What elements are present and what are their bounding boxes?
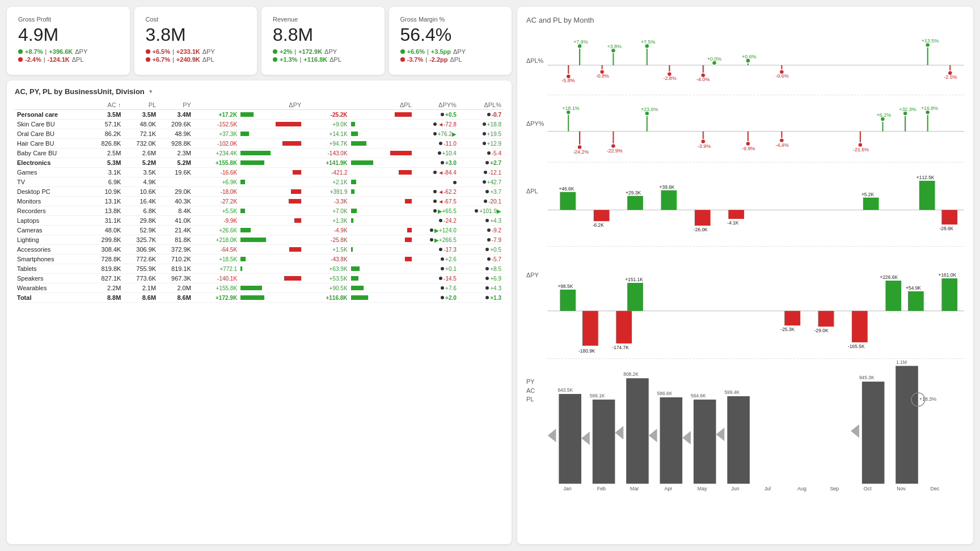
row-dpy-label: +155.8K bbox=[193, 283, 238, 293]
row-dpl-bar bbox=[349, 245, 414, 255]
kpi-gross-margin: Gross Margin % 56.4% +6.6% | +3.5pp ΔPY … bbox=[389, 7, 512, 75]
svg-rect-127 bbox=[660, 397, 683, 484]
row-dpy-label: +234.4K bbox=[193, 149, 238, 158]
row-dpl-bar bbox=[349, 206, 414, 216]
row-dpyp: ▶+266.5 bbox=[414, 235, 459, 245]
svg-text:-165.5K: -165.5K bbox=[848, 344, 865, 349]
row-dplp: +3.7 bbox=[459, 187, 504, 197]
row-py: 2.3M bbox=[158, 149, 193, 158]
row-dpl-label: +141.9K bbox=[303, 158, 348, 168]
dot-green-icon-2 bbox=[273, 49, 277, 54]
row-dpyp: ◄-84.4 bbox=[414, 168, 459, 177]
svg-text:-4.1K: -4.1K bbox=[727, 220, 738, 226]
svg-rect-85 bbox=[594, 210, 610, 221]
kpi-sep-0-0: | bbox=[45, 48, 47, 55]
row-dpy-label: +172.9K bbox=[193, 293, 238, 303]
kpi-cost-value: 3.8M bbox=[146, 25, 246, 45]
row-dplp: +19.5 bbox=[459, 129, 504, 139]
svg-text:-2.8%: -2.8% bbox=[663, 75, 676, 81]
svg-text:+161.0K: +161.0K bbox=[938, 272, 956, 278]
svg-text:-6.2K: -6.2K bbox=[593, 222, 604, 228]
kpi-gross-margin-metrics: +6.6% | +3.5pp ΔPY -3.7% | -2.2pp ΔPL bbox=[400, 48, 501, 63]
kpi-cost-metrics: +6.5% | +233.1K ΔPY +6.7% | +240.9K ΔPL bbox=[146, 48, 246, 63]
row-pl: 773.6K bbox=[123, 274, 158, 283]
svg-text:+54.9K: +54.9K bbox=[906, 285, 921, 291]
kpi-revenue-metrics: +2% | +172.9K ΔPY +1.3% | +116.8K ΔPL bbox=[273, 48, 373, 63]
row-dpl-bar bbox=[349, 129, 414, 139]
kpi-gross-profit: Gross Profit 4.9M +8.7% | +396.6K ΔPY -2… bbox=[7, 7, 130, 75]
row-dpl-label: -25.2K bbox=[303, 110, 348, 120]
svg-rect-101 bbox=[908, 291, 924, 311]
dropdown-icon[interactable]: ▾ bbox=[149, 88, 153, 95]
svg-point-56 bbox=[577, 145, 582, 150]
svg-rect-139 bbox=[895, 366, 918, 484]
row-dplp: -5.4 bbox=[459, 149, 504, 158]
row-name: Speakers bbox=[15, 274, 88, 283]
row-name: Accessories bbox=[15, 245, 88, 255]
row-name: Personal care bbox=[15, 110, 88, 120]
row-ac: 13.8K bbox=[88, 206, 124, 216]
row-dpyp: +3.0 bbox=[414, 158, 459, 168]
svg-text:+98.5K: +98.5K bbox=[557, 283, 573, 289]
svg-text:Dec: Dec bbox=[931, 486, 940, 491]
row-dpyp: -24.2 bbox=[414, 216, 459, 226]
kpi-metric-1-1: +6.7% | +240.9K ΔPL bbox=[146, 56, 246, 63]
row-ac: 299.8K bbox=[88, 235, 124, 245]
table-scroll-area[interactable]: AC ↑ PL PY ΔPY ΔPL ΔPY% ΔPL% Personal ca… bbox=[15, 100, 504, 303]
svg-rect-103 bbox=[941, 278, 957, 311]
svg-text:Jan: Jan bbox=[563, 486, 571, 491]
svg-marker-132 bbox=[682, 431, 691, 444]
col-dpl-header: ΔPL bbox=[303, 100, 413, 110]
row-py: 928.8K bbox=[158, 139, 193, 149]
row-dpy-label: -152.5K bbox=[193, 120, 238, 129]
row-dpy-bar bbox=[238, 129, 303, 139]
row-ac: 819.8K bbox=[88, 264, 124, 274]
svg-text:-25.3K: -25.3K bbox=[780, 327, 795, 332]
row-py: 3.4M bbox=[158, 110, 193, 120]
row-ac: 10.9K bbox=[88, 187, 124, 197]
svg-text:+39.6K: +39.6K bbox=[660, 184, 675, 190]
svg-text:Feb: Feb bbox=[597, 486, 606, 491]
row-py: 967.3K bbox=[158, 274, 193, 283]
row-dpl-bar bbox=[349, 197, 414, 206]
svg-text:566.1K: 566.1K bbox=[590, 393, 605, 399]
svg-text:-26.0K: -26.0K bbox=[694, 227, 708, 232]
row-pl: 4.9K bbox=[123, 177, 158, 187]
svg-text:+23.0%: +23.0% bbox=[641, 107, 658, 112]
dot-red-icon-2 bbox=[146, 49, 150, 54]
svg-text:ΔPL%: ΔPL% bbox=[526, 57, 544, 64]
svg-text:AC: AC bbox=[526, 387, 535, 394]
col-py: PY bbox=[158, 100, 193, 110]
svg-text:-0.8%: -0.8% bbox=[596, 73, 609, 79]
row-dpy-label: -102.0K bbox=[193, 139, 238, 149]
row-dpyp: ▶+124.0 bbox=[414, 226, 459, 235]
kpi-row: Gross Profit 4.9M +8.7% | +396.6K ΔPY -2… bbox=[7, 7, 512, 75]
dot-red-icon-3 bbox=[146, 57, 150, 62]
row-name: Lighting bbox=[15, 235, 88, 245]
col-pl: PL bbox=[123, 100, 158, 110]
row-dpyp: +7.6 bbox=[414, 283, 459, 293]
svg-text:-174.7K: -174.7K bbox=[612, 345, 629, 350]
svg-marker-135 bbox=[716, 427, 725, 441]
svg-rect-83 bbox=[919, 181, 935, 210]
row-dplp: +4.3 bbox=[459, 283, 504, 293]
row-dpl-label: +2.1K bbox=[303, 177, 348, 187]
row-dpy-bar bbox=[238, 283, 303, 293]
dot-green-icon-4 bbox=[400, 49, 405, 54]
data-table-section: AC, PY, PL by BusinessUnit, Division ▾ A… bbox=[7, 80, 512, 544]
row-pl: 3.5M bbox=[123, 110, 158, 120]
row-dplp: +0.5 bbox=[459, 245, 504, 255]
svg-text:+0.0%: +0.0% bbox=[707, 56, 722, 62]
row-py: 209.6K bbox=[158, 120, 193, 129]
svg-rect-77 bbox=[627, 196, 643, 210]
kpi-pct-0-0: +8.7% bbox=[25, 48, 43, 55]
row-py: 21.4K bbox=[158, 226, 193, 235]
col-dpyp: ΔPY% bbox=[414, 100, 459, 110]
row-dplp: +12.9 bbox=[459, 139, 504, 149]
svg-text:+29.3K: +29.3K bbox=[626, 190, 641, 196]
svg-text:808.2K: 808.2K bbox=[623, 371, 639, 377]
row-dplp: -7.9 bbox=[459, 235, 504, 245]
svg-text:+226.6K: +226.6K bbox=[880, 274, 898, 280]
dot-green-icon-3 bbox=[273, 57, 277, 62]
svg-rect-97 bbox=[627, 283, 643, 311]
